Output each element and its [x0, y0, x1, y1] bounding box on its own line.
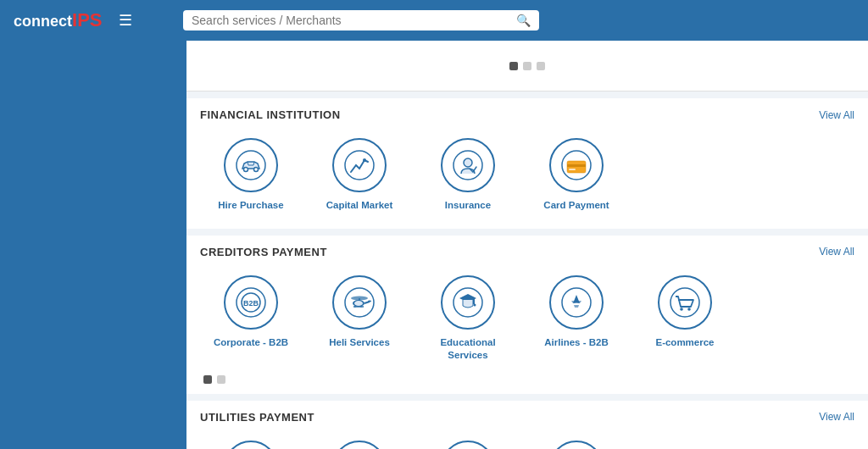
service-card-payment[interactable]: Card Payment	[526, 131, 627, 219]
dot-3	[537, 62, 545, 70]
utilities-payment-title: UTILITIES PAYMENT	[200, 411, 314, 424]
svg-point-29	[670, 288, 699, 317]
utilities-payment-view-all[interactable]: View All	[819, 411, 854, 423]
svg-point-17	[354, 301, 363, 306]
airlines-icon	[561, 287, 592, 318]
hire-purchase-label: Hire Purchase	[218, 199, 283, 212]
service-ecommerce[interactable]: E-commerce	[634, 269, 736, 369]
creditors-dot-1	[203, 375, 212, 384]
logo-area: connectIPS ☰	[14, 9, 183, 31]
creditors-dot-2	[217, 375, 225, 384]
financial-institution-section: FINANCIAL INSTITUTION View All	[186, 98, 868, 229]
nea-bill-payment-icon-circle: NEA	[441, 441, 495, 449]
load-wallet-icon-circle	[549, 441, 604, 449]
service-internet-payment[interactable]: Internet Payment	[200, 434, 302, 449]
card-payment-icon	[561, 150, 592, 180]
search-bar[interactable]: 🔍	[183, 10, 539, 30]
education-icon	[453, 287, 483, 318]
creditors-payment-header: CREDITORS PAYMENT View All	[200, 246, 854, 258]
service-load-wallet[interactable]: Load Wallet	[526, 434, 627, 449]
svg-point-4	[363, 158, 366, 162]
svg-point-2	[254, 168, 259, 172]
capital-market-label: Capital Market	[326, 199, 393, 212]
utilities-payment-section: UTILITIES PAYMENT View All	[186, 401, 868, 449]
creditors-payment-view-all[interactable]: View All	[819, 246, 854, 258]
educational-services-label: Educational Services	[420, 336, 515, 362]
card-payment-label: Card Payment	[543, 199, 609, 212]
svg-rect-9	[567, 164, 586, 167]
card-payment-icon-circle	[549, 138, 604, 192]
car-icon	[236, 150, 266, 180]
financial-institution-grid: Hire Purchase Capital Market	[200, 131, 854, 219]
hire-purchase-icon-circle	[224, 138, 278, 192]
slider-dots	[186, 41, 868, 91]
financial-institution-header: FINANCIAL INSTITUTION View All	[200, 108, 854, 121]
sidebar	[0, 41, 186, 449]
internet-payment-icon-circle	[224, 441, 278, 449]
ecommerce-icon-circle	[658, 275, 712, 330]
service-capital-market[interactable]: Capital Market	[309, 131, 410, 219]
header: connectIPS ☰ 🔍	[0, 0, 868, 41]
search-input[interactable]	[192, 14, 509, 27]
creditors-payment-title: CREDITORS PAYMENT	[200, 246, 327, 258]
logo: connectIPS	[14, 9, 102, 31]
utilities-payment-header: UTILITIES PAYMENT View All	[200, 411, 854, 424]
dot-2	[523, 62, 531, 70]
main-layout: FINANCIAL INSTITUTION View All	[0, 41, 868, 449]
ecommerce-label: E-commerce	[655, 336, 714, 349]
svg-text:B2B: B2B	[243, 299, 259, 308]
service-heli-services[interactable]: Heli Services	[309, 269, 410, 369]
search-icon: 🔍	[516, 14, 531, 27]
service-insurance[interactable]: Insurance	[417, 131, 519, 219]
airlines-b2b-icon-circle	[549, 275, 604, 330]
hamburger-icon[interactable]: ☰	[119, 11, 132, 30]
ecommerce-icon	[670, 287, 700, 318]
airlines-b2b-label: Airlines - B2B	[544, 336, 608, 349]
insurance-label: Insurance	[445, 199, 491, 212]
creditors-payment-grid: B2B Corporate - B2B	[200, 269, 854, 369]
heli-services-label: Heli Services	[329, 336, 390, 349]
svg-point-3	[345, 151, 374, 180]
b2b-icon: B2B	[236, 287, 266, 318]
svg-point-19	[368, 300, 371, 302]
capital-market-icon-circle	[332, 138, 387, 192]
svg-rect-10	[569, 169, 576, 170]
content: FINANCIAL INSTITUTION View All	[186, 41, 868, 449]
service-airlines-b2b[interactable]: Airlines - B2B	[526, 269, 627, 369]
svg-point-27	[474, 303, 476, 306]
utilities-payment-grid: Internet Payment Mobile/	[200, 434, 854, 449]
financial-institution-view-all[interactable]: View All	[819, 109, 854, 121]
heli-services-icon-circle	[332, 275, 387, 330]
corporate-b2b-icon-circle: B2B	[224, 275, 278, 330]
svg-point-1	[244, 168, 248, 172]
creditors-dots	[200, 375, 854, 384]
chart-icon	[344, 150, 375, 180]
insurance-icon	[453, 150, 483, 180]
mobile-telephone-icon-circle	[332, 441, 387, 449]
svg-point-31	[687, 308, 691, 311]
service-educational-services[interactable]: Educational Services	[417, 269, 519, 369]
service-nea-bill-payment[interactable]: NEA NEA Bill Payment	[417, 434, 519, 449]
educational-services-icon-circle	[441, 275, 495, 330]
service-hire-purchase[interactable]: Hire Purchase	[200, 131, 302, 219]
corporate-b2b-label: Corporate - B2B	[214, 336, 288, 349]
creditors-payment-section: CREDITORS PAYMENT View All B2B Corporate…	[186, 236, 868, 394]
financial-institution-title: FINANCIAL INSTITUTION	[200, 108, 341, 121]
svg-point-6	[464, 158, 472, 167]
service-corporate-b2b[interactable]: B2B Corporate - B2B	[200, 269, 302, 369]
service-mobile-telephone[interactable]: Mobile/ Telephone	[309, 434, 410, 449]
svg-point-30	[680, 308, 683, 311]
dot-1	[509, 62, 518, 70]
insurance-icon-circle	[441, 138, 495, 192]
heli-icon	[344, 287, 375, 318]
